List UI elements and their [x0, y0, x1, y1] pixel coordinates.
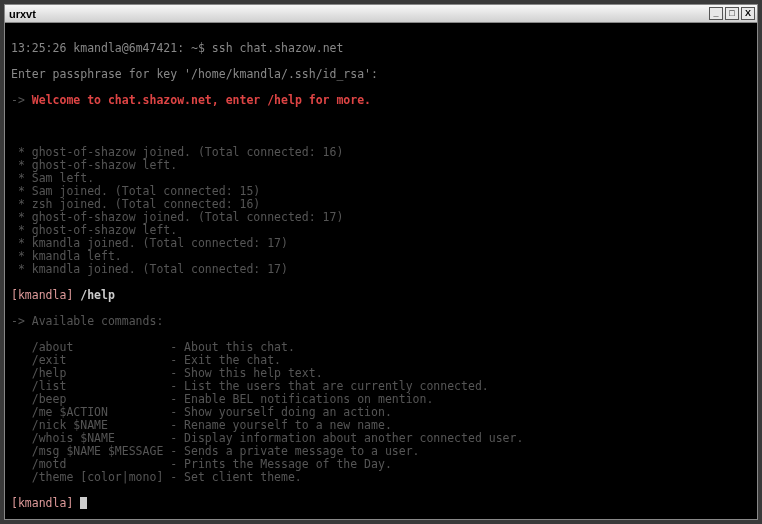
help-cmd: /theme [color|mono] — [11, 470, 170, 484]
prompt-symbol: $ — [198, 41, 205, 55]
window-title: urxvt — [7, 8, 709, 20]
help-cmd: /list — [11, 379, 170, 393]
window-controls: _ □ X — [709, 7, 755, 20]
prompt-path: ~ — [191, 41, 198, 55]
help-cmd: /whois $NAME — [11, 431, 170, 445]
help-desc: - About this chat. — [170, 340, 295, 354]
cursor — [80, 497, 87, 509]
help-cmd: /help — [11, 366, 170, 380]
help-desc: - List the users that are currently conn… — [170, 379, 489, 393]
ssh-command: ssh chat.shazow.net — [212, 41, 344, 55]
chat-event-line: * ghost-of-shazow left. — [11, 159, 751, 172]
shell-prompt-line: 13:25:26 kmandla@6m47421: ~$ ssh chat.sh… — [11, 42, 751, 55]
welcome-text: Welcome to chat.shazow.net, enter /help … — [25, 93, 371, 107]
help-cmd: /about — [11, 340, 170, 354]
welcome-line: -> Welcome to chat.shazow.net, enter /he… — [11, 94, 751, 107]
help-cmd: /msg $NAME $MESSAGE — [11, 444, 170, 458]
prompt-userhost: kmandla@6m47421 — [73, 41, 177, 55]
chat-username: [kmandla] — [11, 288, 73, 302]
help-header: -> Available commands: — [11, 315, 751, 328]
blank-line — [11, 120, 751, 133]
chat-command: /help — [73, 288, 115, 302]
input-prompt-line[interactable]: [kmandla] — [11, 497, 751, 510]
help-desc: - Enable BEL notifications on mention. — [170, 392, 433, 406]
prompt-time: 13:25:26 — [11, 41, 66, 55]
maximize-button[interactable]: □ — [725, 7, 739, 20]
help-cmd: /me $ACTION — [11, 405, 170, 419]
help-desc: - Show yourself doing an action. — [170, 405, 392, 419]
terminal-window: urxvt _ □ X 13:25:26 kmandla@6m47421: ~$… — [4, 4, 758, 520]
chat-username-prompt: [kmandla] — [11, 497, 73, 510]
close-button[interactable]: X — [741, 7, 755, 20]
chat-event-line: * kmandla joined. (Total connected: 17) — [11, 263, 751, 276]
help-desc: - Set client theme. — [170, 470, 302, 484]
minimize-button[interactable]: _ — [709, 7, 723, 20]
prompt-space — [73, 497, 80, 510]
terminal-area[interactable]: 13:25:26 kmandla@6m47421: ~$ ssh chat.sh… — [5, 23, 757, 519]
help-desc: - Rename yourself to a new name. — [170, 418, 392, 432]
passphrase-line: Enter passphrase for key '/home/kmandla/… — [11, 68, 751, 81]
help-desc: - Show this help text. — [170, 366, 322, 380]
help-cmd: /motd — [11, 457, 170, 471]
help-desc: - Display information about another conn… — [170, 431, 523, 445]
user-help-line: [kmandla] /help — [11, 289, 751, 302]
welcome-arrow: -> — [11, 93, 25, 107]
help-line: /theme [color|mono] - Set client theme. — [11, 471, 751, 484]
help-desc: - Sends a private message to a user. — [170, 444, 419, 458]
help-desc: - Exit the chat. — [170, 353, 281, 367]
chat-event-line: * kmandla joined. (Total connected: 17) — [11, 237, 751, 250]
help-cmd: /beep — [11, 392, 170, 406]
titlebar: urxvt _ □ X — [5, 5, 757, 23]
help-cmd: /exit — [11, 353, 170, 367]
help-cmd: /nick $NAME — [11, 418, 170, 432]
help-desc: - Prints the Message of the Day. — [170, 457, 392, 471]
